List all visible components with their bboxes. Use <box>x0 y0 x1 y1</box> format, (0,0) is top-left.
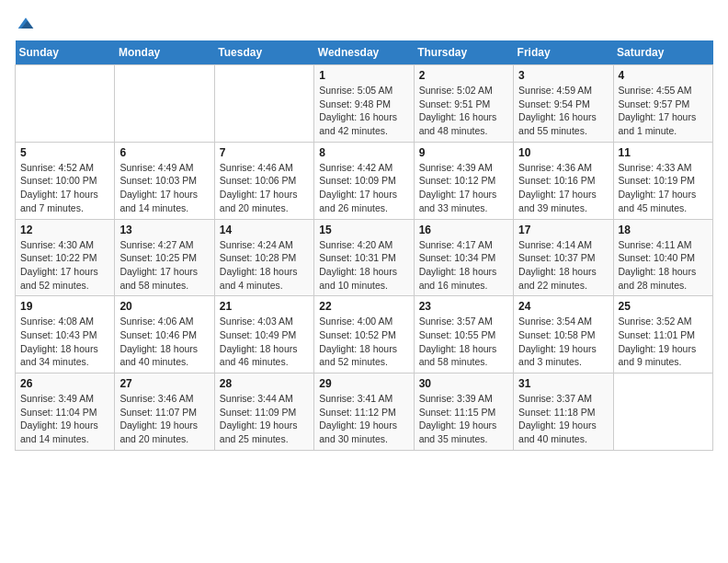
day-info: Sunrise: 3:49 AM Sunset: 11:04 PM Daylig… <box>20 392 109 446</box>
day-number: 8 <box>319 146 408 159</box>
calendar-cell <box>214 65 313 143</box>
day-info: Sunrise: 3:41 AM Sunset: 11:12 PM Daylig… <box>319 392 408 446</box>
day-number: 19 <box>20 300 109 313</box>
day-info: Sunrise: 3:39 AM Sunset: 11:15 PM Daylig… <box>419 392 508 446</box>
calendar-week-row: 19Sunrise: 4:08 AM Sunset: 10:43 PM Dayl… <box>16 296 713 373</box>
logo-icon <box>17 15 35 33</box>
day-info: Sunrise: 4:03 AM Sunset: 10:49 PM Daylig… <box>220 315 309 369</box>
calendar-cell: 16Sunrise: 4:17 AM Sunset: 10:34 PM Dayl… <box>414 219 513 296</box>
calendar-cell: 15Sunrise: 4:20 AM Sunset: 10:31 PM Dayl… <box>314 219 414 296</box>
calendar-cell: 29Sunrise: 3:41 AM Sunset: 11:12 PM Dayl… <box>314 373 414 451</box>
day-info: Sunrise: 4:49 AM Sunset: 10:03 PM Daylig… <box>119 161 209 215</box>
day-info: Sunrise: 5:02 AM Sunset: 9:51 PM Dayligh… <box>419 84 508 138</box>
calendar-week-row: 12Sunrise: 4:30 AM Sunset: 10:22 PM Dayl… <box>16 219 713 296</box>
day-number: 12 <box>20 224 109 236</box>
day-info: Sunrise: 3:44 AM Sunset: 11:09 PM Daylig… <box>220 392 309 446</box>
calendar-cell: 23Sunrise: 3:57 AM Sunset: 10:55 PM Dayl… <box>414 296 513 373</box>
day-info: Sunrise: 4:14 AM Sunset: 10:37 PM Daylig… <box>518 238 608 293</box>
day-info: Sunrise: 4:27 AM Sunset: 10:25 PM Daylig… <box>119 238 209 293</box>
day-info: Sunrise: 4:24 AM Sunset: 10:28 PM Daylig… <box>220 238 309 293</box>
calendar-cell: 18Sunrise: 4:11 AM Sunset: 10:40 PM Dayl… <box>613 219 712 296</box>
calendar-cell: 31Sunrise: 3:37 AM Sunset: 11:18 PM Dayl… <box>514 373 613 451</box>
calendar-cell: 13Sunrise: 4:27 AM Sunset: 10:25 PM Dayl… <box>115 219 214 296</box>
day-number: 2 <box>419 69 508 82</box>
day-number: 25 <box>619 300 708 313</box>
calendar-cell: 7Sunrise: 4:46 AM Sunset: 10:06 PM Dayli… <box>214 142 313 219</box>
calendar-cell <box>115 65 214 143</box>
day-number: 22 <box>319 300 408 313</box>
day-number: 28 <box>220 377 309 390</box>
calendar-cell: 6Sunrise: 4:49 AM Sunset: 10:03 PM Dayli… <box>115 142 214 219</box>
day-number: 11 <box>619 146 708 159</box>
day-info: Sunrise: 4:20 AM Sunset: 10:31 PM Daylig… <box>319 238 408 293</box>
calendar-cell: 8Sunrise: 4:42 AM Sunset: 10:09 PM Dayli… <box>314 142 414 219</box>
day-info: Sunrise: 4:00 AM Sunset: 10:52 PM Daylig… <box>319 315 408 369</box>
day-info: Sunrise: 4:55 AM Sunset: 9:57 PM Dayligh… <box>619 84 708 138</box>
calendar-cell: 22Sunrise: 4:00 AM Sunset: 10:52 PM Dayl… <box>314 296 414 373</box>
day-number: 14 <box>220 224 309 236</box>
weekday-row: SundayMondayTuesdayWednesdayThursdayFrid… <box>16 40 713 65</box>
day-number: 3 <box>518 69 608 82</box>
day-number: 13 <box>119 224 209 236</box>
day-number: 27 <box>119 377 209 390</box>
calendar-cell: 27Sunrise: 3:46 AM Sunset: 11:07 PM Dayl… <box>115 373 214 451</box>
calendar-cell: 30Sunrise: 3:39 AM Sunset: 11:15 PM Dayl… <box>414 373 513 451</box>
calendar-cell: 9Sunrise: 4:39 AM Sunset: 10:12 PM Dayli… <box>414 142 513 219</box>
calendar-week-row: 5Sunrise: 4:52 AM Sunset: 10:00 PM Dayli… <box>16 142 713 219</box>
calendar-cell: 11Sunrise: 4:33 AM Sunset: 10:19 PM Dayl… <box>613 142 712 219</box>
day-info: Sunrise: 4:52 AM Sunset: 10:00 PM Daylig… <box>20 161 109 215</box>
day-number: 5 <box>20 146 109 159</box>
weekday-header: Friday <box>514 40 613 65</box>
day-number: 31 <box>518 377 608 390</box>
day-number: 4 <box>619 69 708 82</box>
weekday-header: Saturday <box>613 40 712 65</box>
day-number: 6 <box>119 146 209 159</box>
day-number: 16 <box>419 224 508 236</box>
day-number: 24 <box>518 300 608 313</box>
day-info: Sunrise: 3:54 AM Sunset: 10:58 PM Daylig… <box>518 315 608 369</box>
day-info: Sunrise: 4:08 AM Sunset: 10:43 PM Daylig… <box>20 315 109 369</box>
calendar-cell: 25Sunrise: 3:52 AM Sunset: 11:01 PM Dayl… <box>613 296 712 373</box>
day-info: Sunrise: 5:05 AM Sunset: 9:48 PM Dayligh… <box>319 84 408 138</box>
calendar-cell: 2Sunrise: 5:02 AM Sunset: 9:51 PM Daylig… <box>414 65 513 143</box>
logo <box>15 15 35 33</box>
calendar-cell: 4Sunrise: 4:55 AM Sunset: 9:57 PM Daylig… <box>613 65 712 143</box>
day-number: 10 <box>518 146 608 159</box>
calendar-cell: 14Sunrise: 4:24 AM Sunset: 10:28 PM Dayl… <box>214 219 313 296</box>
calendar-header: SundayMondayTuesdayWednesdayThursdayFrid… <box>16 40 713 65</box>
calendar-cell <box>613 373 712 451</box>
weekday-header: Thursday <box>414 40 513 65</box>
calendar-week-row: 26Sunrise: 3:49 AM Sunset: 11:04 PM Dayl… <box>16 373 713 451</box>
day-info: Sunrise: 4:06 AM Sunset: 10:46 PM Daylig… <box>119 315 209 369</box>
weekday-header: Sunday <box>16 40 115 65</box>
calendar-table: SundayMondayTuesdayWednesdayThursdayFrid… <box>15 40 713 451</box>
day-number: 26 <box>20 377 109 390</box>
day-number: 15 <box>319 224 408 236</box>
day-number: 9 <box>419 146 508 159</box>
day-info: Sunrise: 4:17 AM Sunset: 10:34 PM Daylig… <box>419 238 508 293</box>
day-number: 17 <box>518 224 608 236</box>
day-number: 30 <box>419 377 508 390</box>
day-number: 1 <box>319 69 408 82</box>
calendar-cell: 12Sunrise: 4:30 AM Sunset: 10:22 PM Dayl… <box>16 219 115 296</box>
day-number: 23 <box>419 300 508 313</box>
calendar-week-row: 1Sunrise: 5:05 AM Sunset: 9:48 PM Daylig… <box>16 65 713 143</box>
day-number: 20 <box>119 300 209 313</box>
calendar-cell: 17Sunrise: 4:14 AM Sunset: 10:37 PM Dayl… <box>514 219 613 296</box>
day-info: Sunrise: 3:52 AM Sunset: 11:01 PM Daylig… <box>619 315 708 369</box>
page-header <box>15 15 713 33</box>
day-number: 29 <box>319 377 408 390</box>
day-info: Sunrise: 3:46 AM Sunset: 11:07 PM Daylig… <box>119 392 209 446</box>
calendar-cell: 5Sunrise: 4:52 AM Sunset: 10:00 PM Dayli… <box>16 142 115 219</box>
day-info: Sunrise: 4:46 AM Sunset: 10:06 PM Daylig… <box>220 161 309 215</box>
weekday-header: Wednesday <box>314 40 414 65</box>
calendar-cell: 19Sunrise: 4:08 AM Sunset: 10:43 PM Dayl… <box>16 296 115 373</box>
day-info: Sunrise: 3:37 AM Sunset: 11:18 PM Daylig… <box>518 392 608 446</box>
calendar-cell: 26Sunrise: 3:49 AM Sunset: 11:04 PM Dayl… <box>16 373 115 451</box>
calendar-cell: 28Sunrise: 3:44 AM Sunset: 11:09 PM Dayl… <box>214 373 313 451</box>
calendar-cell: 10Sunrise: 4:36 AM Sunset: 10:16 PM Dayl… <box>514 142 613 219</box>
calendar-cell: 20Sunrise: 4:06 AM Sunset: 10:46 PM Dayl… <box>115 296 214 373</box>
calendar-cell: 24Sunrise: 3:54 AM Sunset: 10:58 PM Dayl… <box>514 296 613 373</box>
weekday-header: Monday <box>115 40 214 65</box>
day-info: Sunrise: 4:33 AM Sunset: 10:19 PM Daylig… <box>619 161 708 215</box>
